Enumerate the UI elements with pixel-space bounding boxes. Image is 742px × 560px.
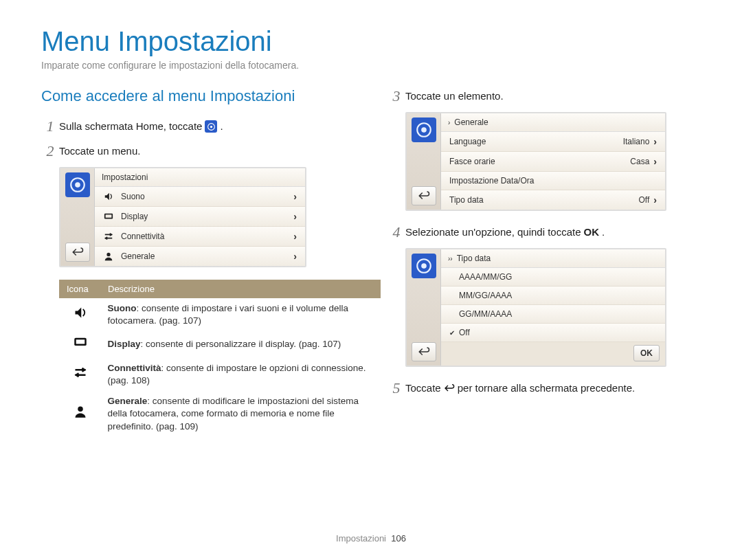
chevron-right-icon: ›: [293, 191, 297, 202]
user-icon: [103, 251, 114, 261]
step-number: 1: [41, 117, 59, 135]
chevron-right-icon: ›: [293, 231, 297, 242]
svg-rect-8: [76, 340, 85, 344]
svg-point-1: [210, 125, 212, 127]
step3-text: Toccate un elemento.: [405, 89, 504, 104]
chevron-right-icon: ›: [293, 211, 297, 222]
option-aaaa-mm-gg[interactable]: AAAA/MM/GG: [441, 268, 665, 287]
list-item-fasce-orarie[interactable]: Fasce orarie Casa›: [441, 152, 665, 172]
icon-description-table: Icona Descrizione Suono: consente di imp…: [59, 280, 381, 437]
col-header-icona: Icona: [60, 280, 101, 298]
list-item-data-ora[interactable]: Impostazione Data/Ora: [441, 172, 665, 190]
step-1: 1 Sulla schermata Home, toccate .: [41, 117, 355, 135]
option-mm-gg-aaaa[interactable]: MM/GG/AAAA: [441, 287, 665, 305]
user-icon: [74, 407, 87, 421]
step-number: 2: [41, 142, 59, 160]
step1-text-pre: Sulla schermata Home, toccate: [59, 119, 202, 135]
step-3: 3 Toccate un elemento.: [387, 87, 701, 105]
step5-text-post: per tornare alla schermata precedente.: [458, 381, 635, 396]
option-off-selected[interactable]: Off: [441, 324, 665, 342]
svg-point-3: [75, 183, 80, 188]
device-screenshot-tipo-data: ››Tipo data AAAA/MM/GG MM/GG/AAAA GG/MM/…: [405, 248, 666, 367]
option-gg-mm-aaaa[interactable]: GG/MM/AAAA: [441, 305, 665, 324]
list-item-language[interactable]: Language Italiano›: [441, 132, 665, 152]
page-subtitle: Imparate come configurare le impostazion…: [41, 60, 701, 71]
list-item-tipo-data[interactable]: Tipo data Off›: [441, 190, 665, 210]
page-title: Menu Impostazioni: [41, 26, 701, 57]
sound-icon: [74, 309, 87, 322]
svg-point-13: [421, 264, 426, 269]
chevron-right-icon: ›: [653, 194, 657, 205]
ok-label-inline: OK: [584, 225, 600, 240]
table-row: Generale: consente di modificare le impo…: [60, 391, 381, 437]
svg-point-11: [421, 128, 426, 133]
menu-item-connettivita[interactable]: Connettività ›: [95, 227, 305, 247]
back-button[interactable]: [412, 186, 436, 205]
back-button[interactable]: [65, 243, 90, 262]
gear-icon: [412, 117, 436, 142]
chevron-right-icon: ›: [653, 136, 657, 147]
device-screenshot-settings: Impostazioni Suono › Display › Connettiv…: [59, 167, 306, 267]
step-4: 4 Selezionate un'opzione, quindi toccate…: [387, 223, 701, 241]
step-number: 3: [387, 87, 405, 105]
svg-rect-5: [106, 214, 112, 217]
ok-button[interactable]: OK: [633, 345, 660, 361]
step2-text: Toccate un menu.: [59, 144, 140, 159]
page-footer: Impostazioni 106: [0, 533, 742, 544]
menu-item-display[interactable]: Display ›: [95, 207, 305, 227]
breadcrumb[interactable]: ›Generale: [441, 113, 665, 132]
home-settings-icon: [205, 120, 217, 133]
back-button[interactable]: [412, 342, 436, 361]
step-number: 5: [387, 379, 405, 397]
menu-title: Impostazioni: [95, 168, 305, 187]
section-title: Come accedere al menu Impostazioni: [41, 87, 355, 105]
step-number: 4: [387, 223, 405, 241]
step1-text-post: .: [220, 119, 223, 135]
chevron-right-icon: ›: [653, 156, 657, 167]
sound-icon: [103, 192, 114, 201]
table-row: Suono: consente di impostare i vari suon…: [60, 298, 381, 332]
display-icon: [103, 212, 114, 221]
step-2: 2 Toccate un menu.: [41, 142, 355, 160]
menu-item-suono[interactable]: Suono ›: [95, 187, 305, 207]
step4-text-pre: Selezionate un'opzione, quindi toccate: [405, 225, 581, 240]
svg-point-9: [78, 407, 83, 412]
chevron-right-icon: ›: [448, 119, 450, 126]
back-icon: [444, 383, 455, 393]
breadcrumb[interactable]: ››Tipo data: [441, 249, 665, 268]
chevron-right-icon: ››: [448, 255, 453, 262]
table-row: Display: consente di personalizzare il d…: [60, 331, 381, 357]
connectivity-icon: [103, 232, 114, 241]
step-5: 5 Toccate per tornare alla schermata pre…: [387, 379, 701, 397]
chevron-right-icon: ›: [293, 251, 297, 262]
connectivity-icon: [74, 368, 87, 382]
gear-icon: [65, 172, 90, 197]
step5-text-pre: Toccate: [405, 381, 441, 396]
menu-item-generale[interactable]: Generale ›: [95, 247, 305, 266]
device-screenshot-generale: ›Generale Language Italiano› Fasce orari…: [405, 112, 666, 211]
gear-icon: [412, 254, 436, 278]
step4-text-post: .: [602, 225, 605, 240]
svg-point-6: [106, 253, 110, 256]
display-icon: [74, 338, 87, 352]
table-row: Connettività: consente di impostare le o…: [60, 358, 381, 391]
col-header-descrizione: Descrizione: [101, 280, 381, 298]
